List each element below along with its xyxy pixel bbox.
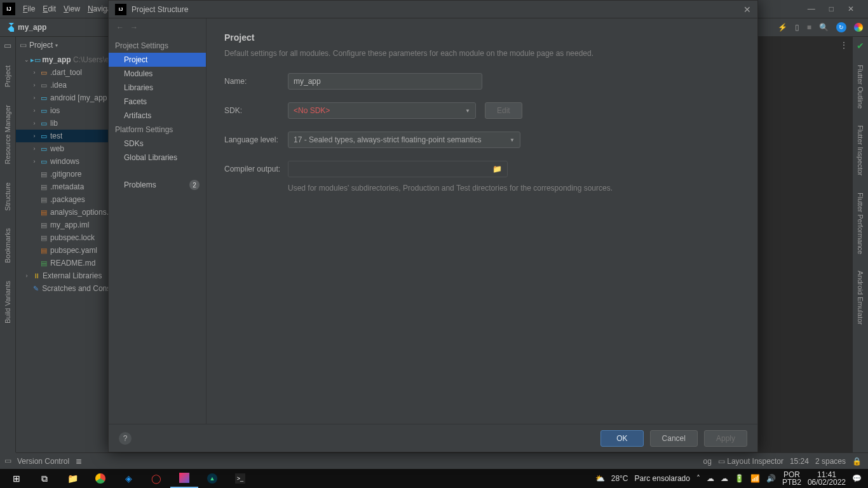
bolt-icon[interactable]: ⚡ — [778, 23, 787, 32]
check-icon[interactable]: ✔ — [857, 41, 864, 51]
tab-bookmarks[interactable]: Bookmarks — [4, 226, 11, 266]
more-icon[interactable]: ⋮ — [840, 41, 848, 50]
ok-button[interactable]: OK — [600, 430, 643, 447]
tray-notifications-icon[interactable]: 💬 — [852, 474, 862, 483]
nav-item[interactable]: Facets — [109, 95, 206, 109]
sdk-edit-button[interactable]: Edit — [485, 102, 522, 119]
tree-item[interactable]: ›▭web — [16, 142, 109, 155]
window-minimize[interactable]: — — [808, 4, 815, 13]
tool-window-toggle[interactable]: ▭ — [0, 452, 16, 469]
layout-inspector[interactable]: ▭ Layout Inspector — [718, 457, 783, 466]
project-panel-title[interactable]: Project — [29, 41, 53, 50]
log-truncated[interactable]: og — [703, 457, 712, 466]
stop-icon[interactable]: ■ — [807, 23, 811, 32]
tab-android-emulator[interactable]: Android Emulator — [857, 268, 864, 327]
tab-flutter-inspector[interactable]: Flutter Inspector — [857, 123, 864, 178]
nav-item[interactable]: Global Libraries — [109, 151, 206, 165]
tree-item[interactable]: ⌄▸▭my_app C:\Users\en — [16, 53, 109, 66]
tree-item[interactable]: ›▭test — [16, 130, 109, 142]
tree-item[interactable]: ▤.packages — [16, 193, 109, 206]
tree-item[interactable]: ›▭.dart_tool — [16, 66, 109, 79]
compiler-output-input[interactable]: 📁 — [288, 161, 508, 177]
nav-forward-icon[interactable]: → — [130, 23, 138, 32]
tray-lang[interactable]: PORPTB2 — [782, 471, 801, 486]
list-icon[interactable]: ≣ — [76, 457, 82, 466]
tray-battery-icon[interactable]: 🔋 — [735, 474, 744, 483]
tray-wifi-icon[interactable]: 📶 — [750, 474, 760, 483]
nav-item-problems[interactable]: Problems2 — [109, 177, 206, 193]
app-ring[interactable]: ◯ — [142, 469, 170, 488]
tree-item[interactable]: ▤README.md — [16, 257, 109, 269]
tab-structure[interactable]: Structure — [4, 180, 11, 214]
help-button[interactable]: ? — [119, 432, 132, 445]
tab-build-variants[interactable]: Build Variants — [4, 278, 11, 326]
tray-volume-icon[interactable]: 🔊 — [766, 474, 776, 483]
dialog-close-button[interactable]: ✕ — [743, 4, 751, 15]
tray-cloud-icon[interactable]: ☁ — [707, 474, 714, 483]
tree-item[interactable]: ▤.gitignore — [16, 168, 109, 180]
tree-item[interactable]: ✎Scratches and Cons — [16, 282, 109, 295]
nav-item[interactable]: Project — [109, 53, 206, 67]
apply-button[interactable]: Apply — [704, 430, 747, 447]
lock-icon[interactable]: 🔒 — [852, 457, 862, 466]
nav-item[interactable]: Libraries — [109, 81, 206, 95]
app-cube[interactable]: ◈ — [114, 469, 142, 488]
intellij-app[interactable] — [170, 469, 198, 488]
tree-item[interactable]: ▤.metadata — [16, 180, 109, 193]
menu-view[interactable]: View — [60, 4, 84, 13]
indent-info[interactable]: 2 spaces — [815, 457, 846, 466]
caret-position[interactable]: 15:24 — [790, 457, 809, 466]
tab-flutter-performance[interactable]: Flutter Performance — [857, 190, 864, 257]
tree-item[interactable]: ›▭lib — [16, 117, 109, 130]
tree-item[interactable]: ›▭windows — [16, 155, 109, 168]
tray-chevron-up-icon[interactable]: ˄ — [696, 474, 700, 483]
ide-logo-icon: IJ — [115, 4, 126, 15]
compiler-output-label: Compiler output: — [224, 165, 288, 173]
tab-resource-manager[interactable]: Resource Manager — [4, 102, 11, 167]
sdk-dropdown[interactable]: <No SDK>▼ — [288, 102, 476, 119]
terminal-app[interactable]: >_ — [226, 469, 254, 488]
window-close[interactable]: ✕ — [848, 4, 854, 13]
tree-item[interactable]: ›▭android [my_app — [16, 92, 109, 104]
tree-item[interactable]: ▤analysis_options. — [16, 206, 109, 219]
tree-item[interactable]: ›⏸External Libraries — [16, 269, 109, 282]
weather-icon[interactable]: ⛅ — [595, 474, 605, 483]
breadcrumb-project[interactable]: my_app — [18, 23, 46, 32]
menu-edit[interactable]: Edit — [39, 4, 60, 13]
project-tree[interactable]: ⌄▸▭my_app C:\Users\en›▭.dart_tool›▭.idea… — [16, 53, 109, 452]
chevron-down-icon[interactable]: ▾ — [55, 43, 58, 48]
nav-item[interactable]: Artifacts — [109, 109, 206, 123]
tray-onedrive-icon[interactable]: ☁ — [721, 474, 728, 483]
tree-item[interactable]: ▤pubspec.lock — [16, 231, 109, 244]
file-explorer[interactable]: 📁 — [58, 469, 86, 488]
phone-icon[interactable]: ▯ — [795, 23, 799, 32]
project-structure-dialog: IJ Project Structure ✕ ← → Project Setti… — [108, 0, 758, 452]
tab-project[interactable]: Project — [4, 63, 11, 90]
tab-flutter-outline[interactable]: Flutter Outline — [857, 62, 864, 111]
profiler-icon[interactable] — [854, 23, 863, 32]
tree-item[interactable]: ▤my_app.iml — [16, 219, 109, 231]
language-level-dropdown[interactable]: 17 - Sealed types, always-strict floatin… — [288, 132, 520, 148]
nav-back-icon[interactable]: ← — [116, 23, 124, 32]
nav-section-header: Project Settings — [109, 39, 206, 53]
flutter-icon — [5, 23, 14, 32]
task-view[interactable]: ⧉ — [31, 469, 58, 488]
version-control[interactable]: Version Control — [17, 457, 69, 466]
start-button[interactable]: ⊞ — [3, 469, 31, 488]
cancel-button[interactable]: Cancel — [650, 430, 698, 447]
tree-item[interactable]: ›▭ios — [16, 104, 109, 117]
chrome[interactable] — [86, 469, 114, 488]
sync-icon[interactable]: ↻ — [836, 22, 846, 32]
nav-item[interactable]: Modules — [109, 67, 206, 81]
window-maximize[interactable]: □ — [829, 4, 834, 13]
tree-item[interactable]: ▤pubspec.yaml — [16, 244, 109, 257]
folder-icon[interactable]: 📁 — [492, 165, 502, 173]
folder-icon[interactable]: ▭ — [4, 41, 11, 50]
search-icon[interactable]: 🔍 — [819, 23, 829, 32]
menu-file[interactable]: File — [19, 4, 39, 13]
nav-item[interactable]: SDKs — [109, 137, 206, 151]
project-name-input[interactable]: my_app — [288, 73, 482, 90]
tray-clock[interactable]: 11:4106/02/2022 — [808, 471, 846, 486]
tree-item[interactable]: ›▭.idea — [16, 79, 109, 92]
android-studio-app[interactable]: ▲ — [198, 469, 226, 488]
